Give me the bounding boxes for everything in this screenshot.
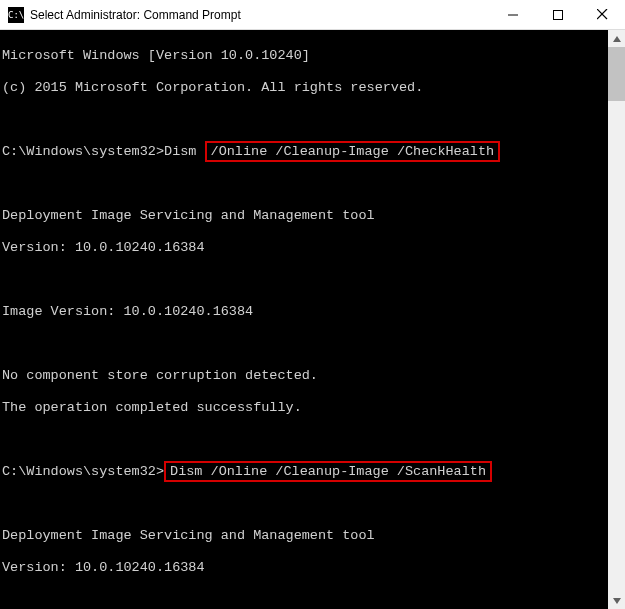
console-line [2,112,608,128]
console-line: The operation completed successfully. [2,400,608,416]
close-icon [597,9,608,20]
console-line [2,272,608,288]
console-line: C:\Windows\system32>Dism /Online /Cleanu… [2,144,608,160]
console-line: Microsoft Windows [Version 10.0.10240] [2,48,608,64]
console-line [2,592,608,608]
highlight-box: /Online /Cleanup-Image /CheckHealth [205,141,501,162]
prompt-text: C:\Windows\system32>Dism [2,144,205,159]
maximize-icon [553,10,563,20]
console-line: Image Version: 10.0.10240.16384 [2,304,608,320]
console-line [2,336,608,352]
prompt-text: C:\Windows\system32> [2,464,164,479]
console-line: Version: 10.0.10240.16384 [2,560,608,576]
console-line: No component store corruption detected. [2,368,608,384]
scroll-down-button[interactable] [608,592,625,609]
console-line [2,176,608,192]
maximize-button[interactable] [535,0,580,29]
console-line [2,496,608,512]
chevron-up-icon [613,36,621,42]
console-line: Version: 10.0.10240.16384 [2,240,608,256]
svg-rect-1 [553,10,562,19]
minimize-button[interactable] [490,0,535,29]
scrollbar-thumb[interactable] [608,47,625,101]
console-line: Deployment Image Servicing and Managemen… [2,208,608,224]
vertical-scrollbar[interactable] [608,30,625,609]
scrollbar-track[interactable] [608,47,625,592]
console-line: C:\Windows\system32>Dism /Online /Cleanu… [2,464,608,480]
console-line [2,432,608,448]
window-title: Select Administrator: Command Prompt [30,8,490,22]
console-line: (c) 2015 Microsoft Corporation. All righ… [2,80,608,96]
window-titlebar[interactable]: C:\ Select Administrator: Command Prompt [0,0,625,30]
console-content: Microsoft Windows [Version 10.0.10240] (… [0,30,608,609]
window-controls [490,0,625,29]
console-area[interactable]: Microsoft Windows [Version 10.0.10240] (… [0,30,625,609]
svg-marker-5 [613,598,621,604]
chevron-down-icon [613,598,621,604]
scroll-up-button[interactable] [608,30,625,47]
app-icon: C:\ [8,7,24,23]
minimize-icon [508,10,518,20]
close-button[interactable] [580,0,625,29]
highlight-box: Dism /Online /Cleanup-Image /ScanHealth [164,461,492,482]
svg-marker-4 [613,36,621,42]
console-line: Deployment Image Servicing and Managemen… [2,528,608,544]
